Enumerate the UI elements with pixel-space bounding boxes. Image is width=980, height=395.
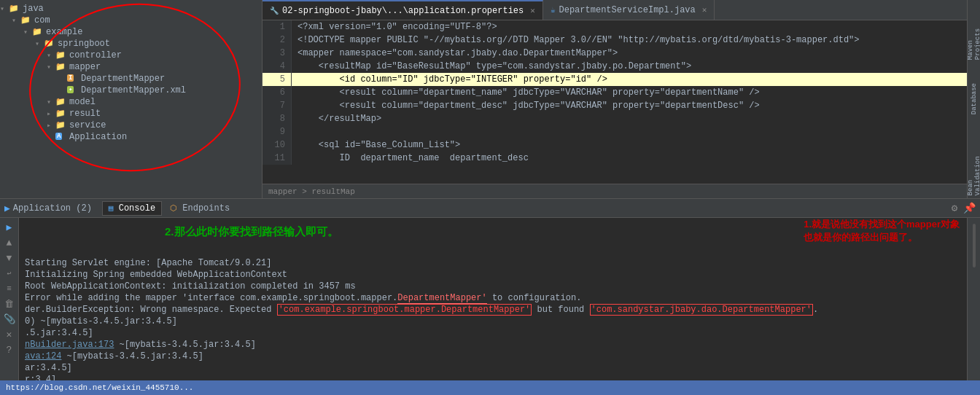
tree-arrow: ▾ <box>0 4 9 13</box>
line-number: 7 <box>262 99 292 112</box>
line-number: 11 <box>262 152 292 165</box>
java-icon: ☕ <box>551 5 556 15</box>
tab-bar: 🔧02-springboot-jbaby\...\application.pro… <box>262 0 967 20</box>
tree-label: springboot <box>58 39 110 49</box>
tab-close[interactable]: ✕ <box>530 6 535 15</box>
sidebar-database[interactable]: Database <box>971 80 978 117</box>
run-tab-console[interactable]: ▤ Console <box>102 201 162 216</box>
red-annotation: 1.就是说他没有找到这个mapper对象 也就是你的路径出问题了。 <box>804 218 960 244</box>
log-line: nBuilder.java:173 ~[mybatis-3.4.5.jar:3.… <box>25 339 961 351</box>
run-tab-endpoints[interactable]: ⬡ Endpoints <box>163 201 236 216</box>
tab-label: DepartmentServiceImpl.java <box>559 5 696 15</box>
line-number: 5 <box>262 73 292 86</box>
tree-item-controller[interactable]: ▾📁controller <box>0 50 262 61</box>
run-title: ▶ Application (2) <box>4 203 92 214</box>
run-right-sidebar <box>967 218 980 380</box>
line-number: 2 <box>262 34 292 47</box>
code-line: 4 <resultMap id="BaseResultMap" type="co… <box>262 60 967 73</box>
clear-icon[interactable]: 🗑 <box>3 297 16 310</box>
pin-btn[interactable]: 📌 <box>962 202 976 215</box>
line-content: <id column="ID" jdbcType="INTEGER" prope… <box>292 73 607 86</box>
log-line: Starting Servlet engine: [Apache Tomcat/… <box>25 257 961 269</box>
tree-label: com <box>34 15 50 26</box>
tree-item-springboot[interactable]: ▾📁springboot <box>0 38 262 50</box>
folder-icon: 📁 <box>55 109 67 119</box>
tree-label: mapper <box>69 62 101 72</box>
tree-item-service[interactable]: ▸📁service <box>0 120 262 131</box>
folder-icon: 📁 <box>32 27 44 37</box>
tree-item-model[interactable]: ▾📁model <box>0 96 262 108</box>
log-text: ~[mybatis-3.4.5.jar:3.4.5] <box>114 340 255 350</box>
props-icon: 🔧 <box>270 7 279 15</box>
log-text: der.BuilderException: Wrong namespace. E… <box>25 304 818 316</box>
tree-arrow: ▾ <box>23 28 32 36</box>
right-sidebar: Maven Projects Database Bean Validation <box>967 0 980 198</box>
scroll-up-icon[interactable]: ▲ <box>3 236 16 249</box>
line-content: <result column="department_desc" jdbcTyp… <box>292 99 760 112</box>
scroll-indicator <box>973 224 976 267</box>
folder-icon: 📁 <box>20 15 32 26</box>
filter-icon[interactable]: ≡ <box>3 282 16 295</box>
log-link[interactable]: ava:124 <box>25 351 61 361</box>
log-line: ava:124 ~[mybatis-3.4.5.jar:3.4.5] <box>25 351 961 362</box>
run-icon: ▶ <box>4 203 10 214</box>
help-icon[interactable]: ? <box>3 343 16 356</box>
line-number: 1 <box>262 20 292 34</box>
close-icon[interactable]: ✕ <box>3 328 16 341</box>
tree-label: model <box>69 97 96 107</box>
line-content: ID department_name department_desc <box>292 152 529 165</box>
scroll-down-icon[interactable]: ▼ <box>3 251 16 265</box>
log-line: Initializing Spring embedded WebApplicat… <box>25 269 961 281</box>
play-icon[interactable]: ▶ <box>3 221 16 234</box>
sidebar-maven[interactable]: Maven Projects <box>967 3 981 63</box>
log-link[interactable]: nBuilder.java:173 <box>25 340 114 350</box>
line-number: 8 <box>262 112 292 125</box>
code-line: 11 ID department_name department_desc <box>262 152 967 165</box>
breadcrumb: mapper > resultMap <box>268 187 355 196</box>
tree-item-mapper[interactable]: ▾📁mapper <box>0 61 262 73</box>
code-line: 3<mapper namespace="com.sandystar.jbaby.… <box>262 47 967 60</box>
breadcrumb-bar: mapper > resultMap <box>262 184 967 198</box>
tab-close[interactable]: ✕ <box>702 5 707 15</box>
tab-java[interactable]: ☕DepartmentServiceImpl.java✕ <box>543 0 715 20</box>
folder-icon: 📁 <box>55 120 67 130</box>
code-line: 1<?xml version="1.0" encoding="UTF-8"?> <box>262 20 967 34</box>
app-icon: A <box>55 132 67 142</box>
tree-label: java <box>23 4 44 14</box>
code-line: 10 <sql id="Base_Column_List"> <box>262 138 967 152</box>
line-content <box>292 125 298 138</box>
run-panel: ▶ Application (2) ▤ Console ⬡ Endpoints … <box>0 198 980 395</box>
sidebar-bean-validation[interactable]: Bean Validation <box>967 135 981 198</box>
line-content: <sql id="Base_Column_List"> <box>292 138 460 152</box>
folder-icon: 📁 <box>55 97 67 107</box>
line-content: <?xml version="1.0" encoding="UTF-8"?> <box>292 20 497 34</box>
code-line: 9 <box>262 125 967 138</box>
code-line: 8 </resultMap> <box>262 112 967 125</box>
status-url: https://blog.csdn.net/weixin_4455710... <box>6 383 193 392</box>
tab-props[interactable]: 🔧02-springboot-jbaby\...\application.pro… <box>262 0 543 20</box>
wrap-icon[interactable]: ↩ <box>3 267 16 280</box>
line-content: </resultMap> <box>292 112 381 125</box>
log-line: Root WebApplicationContext: initializati… <box>25 281 961 292</box>
folder-icon: 📁 <box>55 62 67 72</box>
tree-item-application[interactable]: AApplication <box>0 131 262 143</box>
green-annotation: 2.那么此时你要找到路径输入即可。 <box>165 225 338 239</box>
tree-item-java[interactable]: ▾📁java <box>0 3 262 15</box>
tree-arrow: ▾ <box>47 63 55 71</box>
tree-item-result[interactable]: ▸📁result <box>0 108 262 120</box>
file-tree: ▾📁java▾📁com▾📁example▾📁springboot▾📁contro… <box>0 0 262 198</box>
line-number: 3 <box>262 47 292 60</box>
tree-label: service <box>69 120 106 130</box>
run-controls: ⚙ 📌 <box>948 202 976 215</box>
run-header: ▶ Application (2) ▤ Console ⬡ Endpoints … <box>0 199 980 218</box>
tree-item-example[interactable]: ▾📁example <box>0 26 262 38</box>
line-number: 4 <box>262 60 292 73</box>
tree-item-departmentmapper-xml[interactable]: ✦DepartmentMapper.xml <box>0 85 262 96</box>
tree-item-com[interactable]: ▾📁com <box>0 15 262 26</box>
tree-label: DepartmentMapper <box>81 74 165 84</box>
run-body: ▶ ▲ ▼ ↩ ≡ 🗑 📎 ✕ ? 2.那么此时你要找到路径输入即可。1.就是说… <box>0 218 980 380</box>
tree-item-departmentmapper[interactable]: IDepartmentMapper <box>0 73 262 85</box>
pin-icon[interactable]: 📎 <box>3 313 16 326</box>
settings-btn[interactable]: ⚙ <box>948 202 961 215</box>
log-line: .5.jar:3.4.5] <box>25 327 961 339</box>
